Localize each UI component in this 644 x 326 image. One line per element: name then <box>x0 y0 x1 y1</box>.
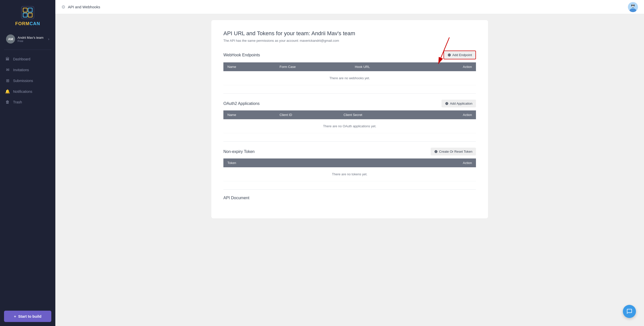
sidebar-divider <box>4 50 51 50</box>
sidebar-item-label: Dashboard <box>13 57 30 61</box>
sidebar-logo: FORMCAN <box>0 0 55 30</box>
oauth2-col-name: Name <box>223 110 275 119</box>
team-info: Andrii Mav's team Free <box>18 36 48 43</box>
svg-rect-1 <box>28 8 32 12</box>
oauth2-title: OAuth2 Applications <box>223 101 260 106</box>
sidebar-item-label: Trash <box>13 100 22 104</box>
sidebar-bottom: + Start to build <box>0 307 55 326</box>
oauth2-col-clientid: Client ID <box>275 110 339 119</box>
sidebar: FORMCAN AM Andrii Mav's team Free › 🏛 Da… <box>0 0 55 326</box>
logo-can: CAN <box>30 21 40 26</box>
content-area: API URL and Tokens for your team: Andrii… <box>55 14 644 326</box>
team-name: Andrii Mav's team <box>18 36 48 39</box>
svg-rect-0 <box>23 8 27 12</box>
add-application-plus-icon: ⊕ <box>445 101 448 106</box>
start-build-label: Start to build <box>18 314 42 318</box>
sidebar-item-invitations[interactable]: ✉ Invitations <box>0 64 55 75</box>
dashboard-icon: 🏛 <box>5 57 10 61</box>
sidebar-item-submissions[interactable]: ⊞ Submissions <box>0 75 55 86</box>
svg-point-9 <box>632 5 632 6</box>
webhook-title: WebHook Endpoints <box>223 53 260 57</box>
oauth2-table: Name Client ID Client Secret Action Ther… <box>223 110 476 133</box>
webhook-empty-message: There are no webhooks yet. <box>223 71 476 85</box>
oauth2-col-action: Action <box>423 110 476 119</box>
oauth2-section: OAuth2 Applications ⊕ Add Application Na… <box>223 100 476 133</box>
main-area: ⚙ API and Webhooks <box>55 0 644 326</box>
svg-rect-3 <box>28 13 32 17</box>
token-col-token: Token <box>223 158 348 167</box>
divider-2 <box>223 141 476 142</box>
token-section: Non-expiry Token ⊕ Create Or Reset Token… <box>223 148 476 181</box>
trash-icon: 🗑 <box>5 100 10 104</box>
team-chevron-icon: › <box>48 37 49 41</box>
add-application-button[interactable]: ⊕ Add Application <box>441 100 476 107</box>
sidebar-item-label: Submissions <box>13 79 33 83</box>
webhook-col-formcase: Form Case <box>275 62 351 71</box>
invitations-icon: ✉ <box>5 67 10 72</box>
create-reset-token-button[interactable]: ⊕ Create Or Reset Token <box>431 148 476 155</box>
oauth2-empty-row: There are no OAuth applications yet. <box>223 119 476 133</box>
header-left: ⚙ API and Webhooks <box>61 4 100 10</box>
webhook-col-hookurl: Hook URL <box>351 62 423 71</box>
add-endpoint-label: Add Endpoint <box>452 53 472 57</box>
add-endpoint-plus-icon: ⊕ <box>448 53 451 57</box>
svg-rect-2 <box>23 13 27 17</box>
header-title: API and Webhooks <box>68 5 100 9</box>
submissions-icon: ⊞ <box>5 78 10 83</box>
token-col-action: Action <box>348 158 476 167</box>
page-title: API URL and Tokens for your team: Andrii… <box>223 30 476 37</box>
oauth2-col-clientsecret: Client Secret <box>340 110 423 119</box>
token-action-label: Create Or Reset Token <box>439 150 472 153</box>
sidebar-item-dashboard[interactable]: 🏛 Dashboard <box>0 54 55 64</box>
token-title: Non-expiry Token <box>223 149 255 154</box>
api-doc-section: API Document <box>223 196 476 200</box>
gear-icon: ⚙ <box>61 4 65 10</box>
token-table: Token Action There are no tokens yet. <box>223 158 476 181</box>
token-plus-icon: ⊕ <box>434 149 437 154</box>
webhook-section: WebHook Endpoints ⊕ Add Endpoint Name Fo… <box>223 51 476 85</box>
webhook-col-action: Action <box>423 62 476 71</box>
divider-3 <box>223 189 476 190</box>
token-empty-row: There are no tokens yet. <box>223 167 476 181</box>
sidebar-item-notifications[interactable]: 🔔 Notifications <box>0 86 55 97</box>
user-avatar[interactable] <box>628 2 638 12</box>
token-empty-message: There are no tokens yet. <box>223 167 476 181</box>
page-subtitle: The API has the same permissions as your… <box>223 39 476 43</box>
api-doc-title: API Document <box>223 196 249 200</box>
token-header: Non-expiry Token ⊕ Create Or Reset Token <box>223 148 476 155</box>
webhook-header: WebHook Endpoints ⊕ Add Endpoint <box>223 51 476 59</box>
sidebar-item-label: Invitations <box>13 68 29 72</box>
notifications-icon: 🔔 <box>5 89 10 94</box>
oauth2-empty-message: There are no OAuth applications yet. <box>223 119 476 133</box>
logo-icon <box>21 6 34 19</box>
team-selector[interactable]: AM Andrii Mav's team Free › <box>2 31 53 47</box>
logo-form: FORM <box>15 21 30 26</box>
oauth2-header: OAuth2 Applications ⊕ Add Application <box>223 100 476 107</box>
svg-rect-8 <box>631 5 635 6</box>
team-plan: Free <box>18 39 48 43</box>
start-build-button[interactable]: + Start to build <box>4 311 51 322</box>
add-application-label: Add Application <box>450 102 472 105</box>
plus-icon: + <box>14 314 16 318</box>
team-avatar: AM <box>6 34 15 44</box>
logo-text: FORMCAN <box>15 21 40 26</box>
sidebar-nav: 🏛 Dashboard ✉ Invitations ⊞ Submissions … <box>0 52 55 307</box>
header: ⚙ API and Webhooks <box>55 0 644 14</box>
webhook-empty-row: There are no webhooks yet. <box>223 71 476 85</box>
webhook-table: Name Form Case Hook URL Action There are… <box>223 62 476 85</box>
svg-point-10 <box>634 5 634 6</box>
sidebar-item-trash[interactable]: 🗑 Trash <box>0 97 55 107</box>
sidebar-item-label: Notifications <box>13 90 32 94</box>
chat-button[interactable] <box>623 305 636 318</box>
webhook-col-name: Name <box>223 62 275 71</box>
add-endpoint-button[interactable]: ⊕ Add Endpoint <box>444 51 476 59</box>
divider-1 <box>223 93 476 94</box>
content-card: API URL and Tokens for your team: Andrii… <box>211 20 488 218</box>
